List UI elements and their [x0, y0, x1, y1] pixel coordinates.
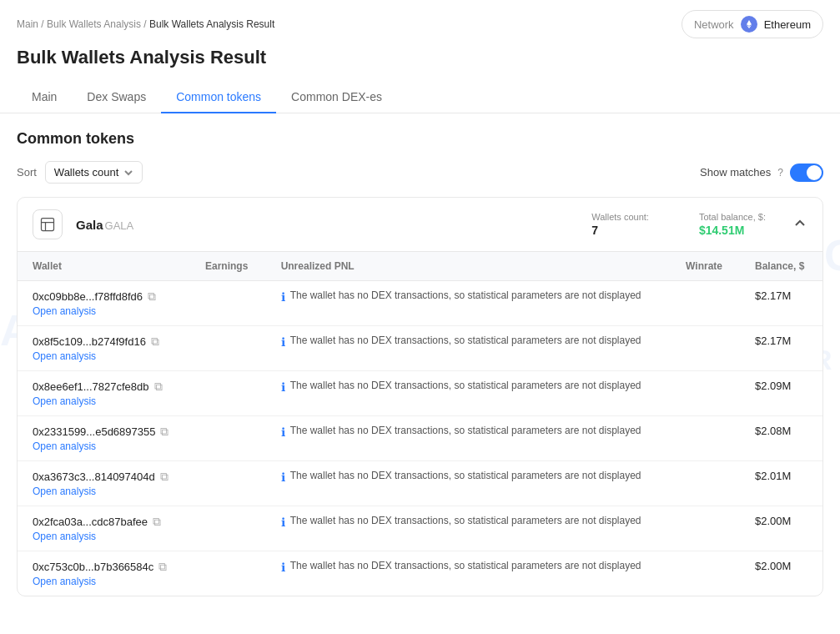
token-card-gala: GalaGALA Wallets count: 7 Total balance,… — [17, 197, 823, 596]
table-row: 0x2331599...e5d6897355 ⧉ Open analysis ℹ… — [18, 416, 822, 461]
ethereum-icon — [741, 16, 757, 33]
open-analysis-link-2[interactable]: Open analysis — [33, 395, 175, 407]
info-icon-3: ℹ — [281, 425, 285, 439]
wallets-count-label: Wallets count: — [591, 212, 649, 222]
tab-main[interactable]: Main — [17, 82, 72, 113]
tab-common-tokens[interactable]: Common tokens — [161, 82, 276, 113]
total-balance-stat: Total balance, $: $14.51M — [699, 212, 766, 237]
col-wallet: Wallet — [18, 252, 190, 281]
winrate-cell-6 — [671, 551, 740, 596]
open-analysis-link-6[interactable]: Open analysis — [33, 576, 175, 587]
wallet-address-1: 0x8f5c109...b274f9fd16 — [33, 335, 146, 348]
wallet-address-6: 0xc753c0b...b7b366584c — [33, 561, 153, 573]
wallet-cell-4: 0xa3673c3...814097404d ⧉ Open analysis — [18, 461, 190, 506]
open-analysis-link-0[interactable]: Open analysis — [33, 305, 175, 317]
col-winrate: Winrate — [671, 252, 740, 281]
collapse-button[interactable] — [792, 216, 807, 234]
wallet-table-body: 0xc09bb8e...f78ffd8fd6 ⧉ Open analysis ℹ… — [18, 281, 822, 596]
token-ticker: GALA — [105, 219, 134, 232]
winrate-cell-2 — [671, 371, 740, 416]
wallet-address-5: 0x2fca03a...cdc87bafee — [33, 516, 148, 528]
total-balance-value: $14.51M — [699, 224, 766, 237]
info-icon-2: ℹ — [281, 380, 285, 394]
unrealized-pnl-cell-1: ℹ The wallet has no DEX transactions, so… — [266, 326, 671, 371]
balance-cell-2: $2.09M — [740, 371, 822, 416]
wallet-cell-2: 0x8ee6ef1...7827cfe8db ⧉ Open analysis — [18, 371, 190, 416]
earnings-cell-4 — [190, 461, 266, 506]
winrate-cell-1 — [671, 326, 740, 371]
col-earnings: Earnings — [190, 252, 266, 281]
table-row: 0x8ee6ef1...7827cfe8db ⧉ Open analysis ℹ… — [18, 371, 822, 416]
wallet-address-0: 0xc09bb8e...f78ffd8fd6 — [33, 290, 143, 303]
breadcrumb-current: Bulk Wallets Analysis Result — [149, 18, 274, 30]
unrealized-pnl-cell-5: ℹ The wallet has no DEX transactions, so… — [266, 506, 671, 551]
copy-icon-2[interactable]: ⧉ — [154, 380, 163, 394]
show-matches-label: Show matches — [700, 166, 771, 179]
no-dex-msg-6: The wallet has no DEX transactions, so s… — [290, 560, 641, 571]
sort-label: Sort — [17, 166, 37, 179]
wallet-address-2: 0x8ee6ef1...7827cfe8db — [33, 380, 149, 393]
info-icon-6: ℹ — [281, 561, 285, 574]
page-title: Bulk Wallets Analysis Result — [0, 43, 840, 82]
balance-cell-6: $2.00M — [740, 551, 822, 596]
table-row: 0xc09bb8e...f78ffd8fd6 ⧉ Open analysis ℹ… — [18, 281, 822, 326]
no-dex-msg-0: The wallet has no DEX transactions, so s… — [290, 289, 641, 301]
winrate-cell-3 — [671, 416, 740, 461]
copy-icon-6[interactable]: ⧉ — [158, 560, 167, 574]
network-selector[interactable]: Network Ethereum — [682, 10, 823, 38]
wallet-cell-3: 0x2331599...e5d6897355 ⧉ Open analysis — [18, 416, 190, 461]
table-row: 0x2fca03a...cdc87bafee ⧉ Open analysis ℹ… — [18, 506, 822, 551]
open-analysis-link-5[interactable]: Open analysis — [33, 531, 175, 542]
sort-value: Wallets count — [54, 166, 119, 179]
earnings-cell-6 — [190, 551, 266, 596]
table-header: Wallet Earnings Unrealized PNL Winrate B… — [18, 252, 822, 281]
question-mark-icon[interactable]: ? — [777, 167, 783, 179]
copy-icon-1[interactable]: ⧉ — [151, 335, 159, 349]
show-matches-toggle[interactable] — [790, 164, 823, 182]
balance-cell-5: $2.00M — [740, 506, 822, 551]
winrate-cell-0 — [671, 281, 740, 326]
open-analysis-link-3[interactable]: Open analysis — [33, 440, 175, 452]
balance-cell-0: $2.17M — [740, 281, 822, 326]
col-unrealized-pnl: Unrealized PNL — [266, 252, 671, 281]
breadcrumb-main[interactable]: Main — [17, 18, 38, 30]
copy-icon-0[interactable]: ⧉ — [148, 289, 156, 304]
svg-rect-0 — [42, 219, 54, 231]
content-area: ARBITRAGE ARBITRAGE ARBITRAGE SC🔷NNER SC… — [0, 113, 840, 623]
top-bar: Main / Bulk Wallets Analysis / Bulk Wall… — [0, 0, 840, 43]
copy-icon-5[interactable]: ⧉ — [153, 515, 161, 529]
tab-dex-swaps[interactable]: Dex Swaps — [72, 82, 161, 113]
show-matches: Show matches ? — [700, 164, 823, 182]
info-icon-4: ℹ — [281, 470, 285, 484]
wallet-address-4: 0xa3673c3...814097404d — [33, 470, 155, 483]
token-name: Gala — [76, 218, 103, 232]
tab-common-dex-es[interactable]: Common DEX-es — [276, 82, 397, 113]
wallet-table: Wallet Earnings Unrealized PNL Winrate B… — [18, 251, 822, 596]
winrate-cell-5 — [671, 506, 740, 551]
wallet-cell-5: 0x2fca03a...cdc87bafee ⧉ Open analysis — [18, 506, 190, 551]
earnings-cell-3 — [190, 416, 266, 461]
unrealized-pnl-cell-3: ℹ The wallet has no DEX transactions, so… — [266, 416, 671, 461]
winrate-cell-4 — [671, 461, 740, 506]
earnings-cell-1 — [190, 326, 266, 371]
earnings-cell-2 — [190, 371, 266, 416]
col-balance: Balance, $ — [740, 252, 822, 281]
breadcrumb-bulk[interactable]: Bulk Wallets Analysis — [47, 18, 141, 30]
wallet-address-3: 0x2331599...e5d6897355 — [33, 425, 155, 438]
open-analysis-link-1[interactable]: Open analysis — [33, 350, 175, 362]
no-dex-msg-4: The wallet has no DEX transactions, so s… — [290, 470, 641, 481]
copy-icon-4[interactable]: ⧉ — [160, 470, 169, 484]
copy-icon-3[interactable]: ⧉ — [160, 425, 169, 439]
open-analysis-link-4[interactable]: Open analysis — [33, 486, 175, 497]
earnings-cell-5 — [190, 506, 266, 551]
table-row: 0xa3673c3...814097404d ⧉ Open analysis ℹ… — [18, 461, 822, 506]
unrealized-pnl-cell-0: ℹ The wallet has no DEX transactions, so… — [266, 281, 671, 326]
network-value: Ethereum — [764, 18, 811, 31]
info-icon-0: ℹ — [281, 290, 285, 304]
sort-select[interactable]: Wallets count — [45, 161, 143, 184]
unrealized-pnl-cell-4: ℹ The wallet has no DEX transactions, so… — [266, 461, 671, 506]
earnings-cell-0 — [190, 281, 266, 326]
no-dex-msg-3: The wallet has no DEX transactions, so s… — [290, 425, 641, 436]
token-header: GalaGALA Wallets count: 7 Total balance,… — [18, 198, 822, 251]
info-icon-1: ℹ — [281, 335, 285, 349]
